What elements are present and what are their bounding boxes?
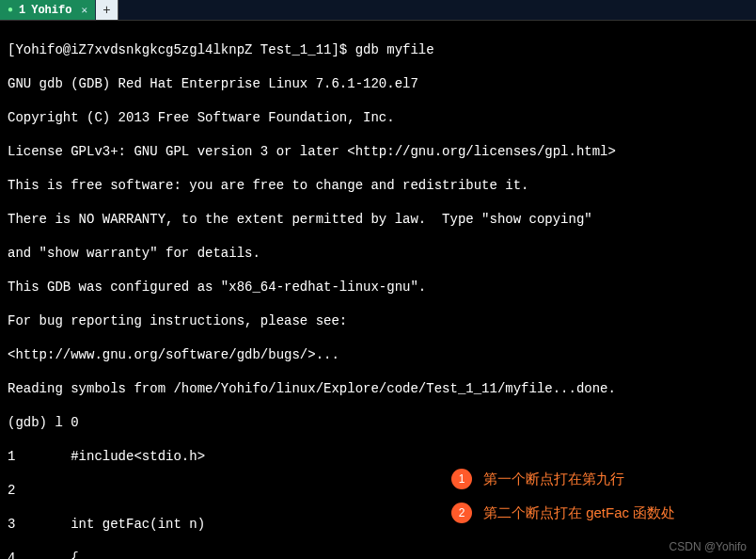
gdb-banner-line: GNU gdb (GDB) Red Hat Enterprise Linux 7… — [8, 75, 748, 92]
shell-prompt-line: [Yohifo@iZ7xvdsnkgkcg5zgl4lknpZ Test_1_1… — [8, 41, 748, 58]
terminal-output[interactable]: [Yohifo@iZ7xvdsnkgkcg5zgl4lknpZ Test_1_1… — [0, 21, 756, 559]
annotation-1: 1 第一个断点打在第九行 — [451, 469, 624, 489]
annotation-2: 2 第二个断点打在 getFac 函数处 — [451, 503, 675, 523]
gdb-banner-line: There is NO WARRANTY, to the extent perm… — [8, 211, 748, 228]
gdb-banner-line: <http://www.gnu.org/software/gdb/bugs/>.… — [8, 346, 748, 363]
annotation-badge: 1 — [451, 469, 472, 489]
source-line: 4 { — [8, 550, 748, 559]
close-icon[interactable]: ✕ — [81, 4, 87, 16]
annotation-text: 第二个断点打在 getFac 函数处 — [483, 504, 675, 522]
tab-label: Yohifo — [31, 4, 71, 17]
annotation-text: 第一个断点打在第九行 — [483, 471, 624, 488]
source-line: 2 — [8, 482, 748, 499]
plus-icon: + — [102, 3, 110, 18]
gdb-banner-line: For bug reporting instructions, please s… — [8, 312, 748, 329]
titlebar: ● 1 Yohifo ✕ + — [0, 0, 756, 21]
gdb-banner-line: Copyright (C) 2013 Free Software Foundat… — [8, 109, 748, 126]
watermark: CSDN @Yohifo — [669, 540, 747, 553]
tab-status-dot: ● — [8, 5, 13, 15]
tab-index: 1 — [19, 4, 25, 17]
gdb-banner-line: and "show warranty" for details. — [8, 245, 748, 262]
tab-yohifo[interactable]: ● 1 Yohifo ✕ — [0, 0, 96, 20]
source-line: 1 #include<stdio.h> — [8, 448, 748, 465]
annotation-badge: 2 — [451, 503, 472, 523]
gdb-banner-line: This GDB was configured as "x86_64-redha… — [8, 279, 748, 295]
gdb-banner-line: License GPLv3+: GNU GPL version 3 or lat… — [8, 143, 748, 160]
gdb-banner-line: Reading symbols from /home/Yohifo/linux/… — [8, 380, 748, 397]
new-tab-button[interactable]: + — [96, 0, 118, 20]
gdb-banner-line: This is free software: you are free to c… — [8, 177, 748, 194]
gdb-command: (gdb) l 0 — [8, 414, 748, 431]
